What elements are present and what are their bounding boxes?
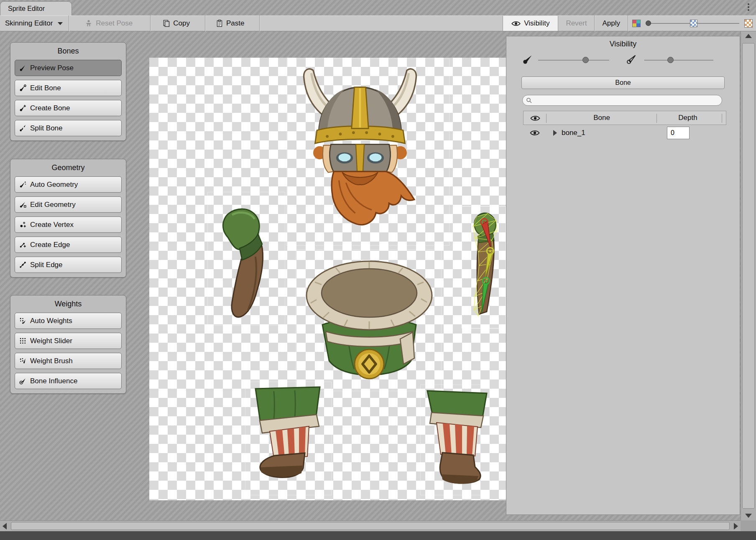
toolbar: Skinning Editor Reset Pose Copy xyxy=(0,15,756,31)
window-bottom-edge xyxy=(0,531,756,540)
mesh-opacity-slider-knob[interactable] xyxy=(667,57,674,63)
bone-influence-button[interactable]: Bone Influence xyxy=(15,373,122,389)
sprite-left-leg[interactable] xyxy=(249,385,328,492)
toolbar-separator xyxy=(205,15,205,31)
sprite-right-leg[interactable] xyxy=(423,388,490,493)
weight-brush-button[interactable]: Weight Brush xyxy=(15,353,122,369)
edge-add-icon xyxy=(19,241,26,248)
bone-tab-button[interactable]: Bone xyxy=(521,76,725,89)
tool-label: Edit Geometry xyxy=(30,201,76,209)
sprite-torso[interactable] xyxy=(298,253,440,391)
scroll-up-arrow[interactable] xyxy=(741,34,756,38)
tool-label: Weight Slider xyxy=(30,337,72,345)
sprite-opacity-slider[interactable] xyxy=(645,15,741,31)
scroll-down-arrow[interactable] xyxy=(741,514,756,518)
visibility-toggle-button[interactable]: Visibility xyxy=(503,16,558,31)
vertical-scroll-thumb[interactable] xyxy=(742,43,755,509)
tool-label: Create Edge xyxy=(30,241,70,249)
apply-button[interactable]: Apply xyxy=(595,16,628,31)
sprite-preview-icon[interactable] xyxy=(632,20,641,27)
auto-weights-button[interactable]: Auto Weights xyxy=(15,313,122,329)
bone-split-icon xyxy=(19,125,26,132)
group-title: Weights xyxy=(15,298,122,313)
eye-icon xyxy=(511,21,521,26)
reset-pose-button[interactable]: Reset Pose xyxy=(78,16,139,31)
bone-add-icon xyxy=(19,104,26,112)
depth-input[interactable] xyxy=(667,127,690,139)
geometry-group: Geometry Auto Geometry Edit Geometry Cre… xyxy=(10,159,126,278)
scroll-right-arrow[interactable] xyxy=(734,521,738,531)
slider-knob[interactable] xyxy=(646,20,651,26)
edge-split-icon xyxy=(19,261,26,268)
revert-button[interactable]: Revert xyxy=(558,16,594,31)
split-edge-button[interactable]: Split Edge xyxy=(15,257,122,273)
search-input[interactable] xyxy=(534,97,710,104)
auto-geometry-button[interactable]: Auto Geometry xyxy=(15,176,122,193)
visibility-label: Visibility xyxy=(524,19,549,28)
tab-title: Sprite Editor xyxy=(8,5,45,13)
mesh-opacity-slider-track[interactable] xyxy=(644,60,713,61)
vertex-add-icon xyxy=(19,221,26,228)
bone-icon xyxy=(19,64,26,71)
tool-label: Auto Weights xyxy=(30,317,72,325)
weights-group: Weights Auto Weights Weight Slider Weigh… xyxy=(10,295,126,394)
paste-button[interactable]: Paste xyxy=(209,16,251,31)
edit-geometry-button[interactable]: Edit Geometry xyxy=(15,196,122,213)
scrollbar-corner xyxy=(741,520,756,531)
bone-opacity-slider-knob[interactable] xyxy=(582,57,589,63)
visibility-panel: Visibility Bone Bone xyxy=(506,36,740,515)
header-divider xyxy=(722,114,722,123)
split-bone-button[interactable]: Split Bone xyxy=(15,120,122,136)
edit-bone-button[interactable]: Edit Bone xyxy=(15,80,122,96)
bone-edit-icon xyxy=(19,84,26,92)
bone-opacity-slider-track[interactable] xyxy=(538,60,609,61)
weight-slider-button[interactable]: Weight Slider xyxy=(15,333,122,349)
tool-label: Create Vertex xyxy=(30,221,74,229)
eye-column-icon[interactable] xyxy=(530,115,540,121)
create-vertex-button[interactable]: Create Vertex xyxy=(15,217,122,233)
bone-influence-icon xyxy=(19,377,26,385)
tool-label: Edit Bone xyxy=(30,84,61,92)
tab-sprite-editor[interactable]: Sprite Editor xyxy=(0,1,72,15)
sprite-head[interactable] xyxy=(290,61,430,248)
vertical-scrollbar[interactable] xyxy=(741,31,756,520)
bone-outline-icon xyxy=(626,54,637,65)
pattern-icon[interactable] xyxy=(744,19,753,28)
auto-geometry-icon xyxy=(19,181,26,188)
create-bone-button[interactable]: Create Bone xyxy=(15,100,122,116)
bone-tab-label: Bone xyxy=(615,79,631,87)
reset-pose-label: Reset Pose xyxy=(96,19,133,28)
tool-label: Create Bone xyxy=(30,104,70,112)
toolbar-separator xyxy=(150,15,151,31)
scroll-left-arrow[interactable] xyxy=(3,521,7,531)
foldout-icon[interactable] xyxy=(553,130,557,136)
tool-label: Split Edge xyxy=(30,261,63,269)
copy-label: Copy xyxy=(173,19,190,28)
tool-label: Preview Pose xyxy=(30,64,74,72)
bone-name: bone_1 xyxy=(562,129,585,137)
sprite-canvas[interactable] xyxy=(149,58,506,500)
tool-label: Auto Geometry xyxy=(30,181,78,189)
toolbar-separator xyxy=(69,15,69,31)
tab-bar: Sprite Editor xyxy=(0,0,756,15)
bone-row[interactable]: bone_1 xyxy=(523,125,726,141)
kebab-menu-icon[interactable] xyxy=(748,3,750,11)
bone-search-field[interactable] xyxy=(522,95,722,106)
bone-filled-icon xyxy=(522,54,533,65)
revert-label: Revert xyxy=(566,19,587,28)
eye-visible-icon[interactable] xyxy=(530,130,540,136)
group-title: Geometry xyxy=(15,162,122,176)
person-icon xyxy=(85,20,92,27)
copy-button[interactable]: Copy xyxy=(156,16,197,31)
sprite-mitten-arm[interactable] xyxy=(215,206,278,326)
skinning-editor-dropdown[interactable]: Skinning Editor xyxy=(0,16,69,31)
preview-pose-button[interactable]: Preview Pose xyxy=(15,60,122,76)
copy-icon xyxy=(163,20,170,27)
toolbar-separator xyxy=(628,15,628,31)
horizontal-scrollbar[interactable] xyxy=(0,520,741,531)
auto-weights-icon xyxy=(19,317,26,324)
horizontal-scroll-thumb[interactable] xyxy=(11,522,730,530)
toolbar-right-cluster: Visibility Revert Apply xyxy=(503,16,756,31)
create-edge-button[interactable]: Create Edge xyxy=(15,237,122,253)
sprite-bone-arm-selected[interactable] xyxy=(464,211,505,324)
